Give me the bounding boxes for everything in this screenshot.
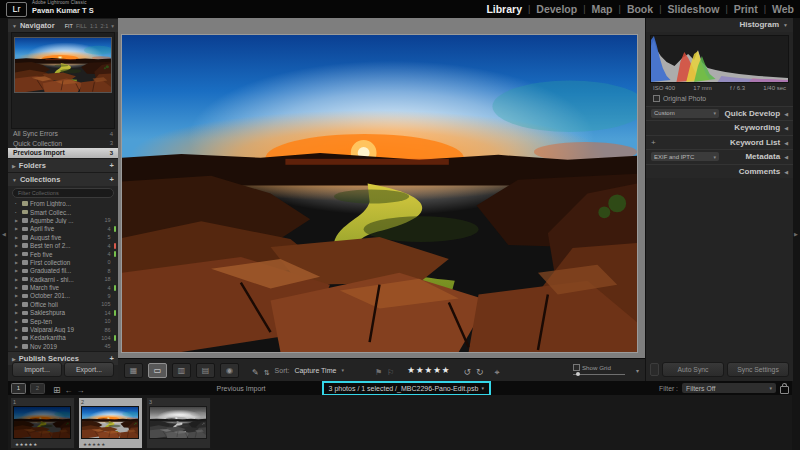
filter-collections-input[interactable]: Filter Collections [12, 188, 114, 198]
main-window-button[interactable]: 1 [11, 383, 26, 394]
metadata-header[interactable]: EXIF and IPTC Metadata [646, 149, 793, 164]
main-photo[interactable] [122, 35, 637, 352]
export-button[interactable]: Export... [64, 362, 114, 377]
collection-item[interactable]: August five5 [8, 233, 118, 241]
sort-direction-icon[interactable] [264, 361, 270, 379]
pick-flag-icon[interactable] [375, 361, 382, 379]
disclosure-icon[interactable] [15, 277, 20, 282]
filter-select[interactable]: Filters Off [682, 383, 776, 393]
module-print[interactable]: Print [734, 3, 758, 15]
disclosure-icon[interactable] [15, 201, 20, 206]
disclosure-icon[interactable] [15, 252, 20, 257]
zoom-slider-knob[interactable] [576, 372, 581, 377]
navigate-icon[interactable] [494, 361, 499, 379]
disclosure-icon[interactable] [15, 335, 20, 340]
disclosure-icon[interactable] [15, 293, 20, 298]
compare-view-button[interactable] [172, 363, 191, 378]
zoom-1-1[interactable]: 1:1 [90, 23, 98, 29]
collection-item[interactable]: From Lightro... [8, 200, 118, 208]
disclosure-icon[interactable] [15, 344, 20, 349]
collection-item[interactable]: March five4 [8, 283, 118, 291]
toolbar-options-icon[interactable] [636, 367, 639, 374]
navigator-preview[interactable] [11, 32, 115, 129]
disclosure-icon[interactable] [15, 310, 20, 315]
collection-item[interactable]: April five4 [8, 225, 118, 233]
disclosure-icon[interactable] [15, 210, 20, 215]
collection-item[interactable]: Kadkarni - shi...18 [8, 275, 118, 283]
collection-item[interactable]: Smart Collec... [8, 208, 118, 216]
zoom-fit[interactable]: FIT [65, 23, 73, 29]
grid-view-button[interactable] [124, 363, 143, 378]
people-view-button[interactable] [220, 363, 239, 378]
rotate-left-icon[interactable] [463, 361, 471, 379]
collection-item[interactable]: Kedarkantha104 [8, 334, 118, 342]
collection-item[interactable]: Graduated fil...8 [8, 267, 118, 275]
right-panel-collapse[interactable] [792, 18, 800, 450]
filmstrip-thumbnail[interactable]: 2★★★★★ [78, 397, 143, 449]
breadcrumb[interactable]: Previous Import [217, 385, 266, 392]
catalog-item[interactable]: All Sync Errors4 [8, 129, 118, 139]
filter-lock-icon[interactable] [780, 386, 789, 394]
show-grid-checkbox[interactable] [573, 364, 580, 371]
auto-sync-toggle[interactable] [650, 363, 659, 376]
filmstrip-thumbnail[interactable]: 1★★★★★ [10, 397, 75, 449]
collection-item[interactable]: Office holi105 [8, 300, 118, 308]
comments-header[interactable]: Comments [646, 164, 793, 179]
keywording-header[interactable]: Keywording [646, 120, 793, 135]
catalog-item[interactable]: Quick Collection3 [8, 139, 118, 149]
keyword-list-header[interactable]: + Keyword List [646, 135, 793, 150]
module-library[interactable]: Library [486, 3, 522, 15]
quick-develop-header[interactable]: Custom Quick Develop [646, 106, 793, 121]
disclosure-icon[interactable] [15, 260, 20, 265]
auto-sync-button[interactable]: Auto Sync [662, 362, 724, 377]
collection-item[interactable]: October 201...9 [8, 292, 118, 300]
sort-value[interactable]: Capture Time [294, 367, 336, 374]
histogram-graph[interactable] [650, 35, 789, 83]
loupe-view-button[interactable] [148, 363, 167, 378]
disclosure-icon[interactable] [15, 268, 20, 273]
add-folder-icon[interactable] [110, 161, 114, 170]
disclosure-icon[interactable] [15, 235, 20, 240]
module-map[interactable]: Map [592, 3, 613, 15]
zoom-slider[interactable] [573, 372, 625, 377]
module-web[interactable]: Web [772, 3, 794, 15]
zoom-2-1[interactable]: 2:1 [101, 23, 109, 29]
second-window-button[interactable]: 2 [30, 383, 45, 394]
zoom-fill[interactable]: FILL [76, 23, 87, 29]
collection-item[interactable]: Sakleshpura14 [8, 309, 118, 317]
metadata-preset-select[interactable]: EXIF and IPTC [651, 152, 719, 161]
collection-item[interactable]: Best ten of 2...4 [8, 241, 118, 249]
navigator-header[interactable]: Navigator FIT FILL 1:1 2:1 [8, 18, 118, 32]
disclosure-icon[interactable] [15, 243, 20, 248]
module-develop[interactable]: Develop [536, 3, 577, 15]
collection-item[interactable]: Nov 201945 [8, 342, 118, 350]
collection-item[interactable]: Sep-ten10 [8, 317, 118, 325]
rotate-right-icon[interactable] [476, 361, 484, 379]
disclosure-icon[interactable] [15, 302, 20, 307]
collection-item[interactable]: Valparai Aug 1986 [8, 325, 118, 333]
folders-header[interactable]: Folders [8, 158, 118, 172]
collection-item[interactable]: Agumbe July ...19 [8, 216, 118, 224]
collections-header[interactable]: Collections [8, 172, 118, 186]
disclosure-icon[interactable] [15, 327, 20, 332]
reject-flag-icon[interactable] [387, 361, 394, 379]
survey-view-button[interactable] [196, 363, 215, 378]
add-collection-icon[interactable] [110, 175, 114, 184]
import-button[interactable]: Import... [12, 362, 62, 377]
painter-tool-icon[interactable] [252, 361, 259, 379]
add-keyword-icon[interactable]: + [651, 138, 656, 147]
disclosure-icon[interactable] [15, 218, 20, 223]
collection-item[interactable]: First collection0 [8, 258, 118, 266]
disclosure-icon[interactable] [15, 285, 20, 290]
disclosure-icon[interactable] [15, 319, 20, 324]
sync-settings-button[interactable]: Sync Settings [727, 362, 789, 377]
selection-info-box[interactable]: 3 photos / 1 selected /_MBC2296-Pano-Edi… [322, 381, 491, 396]
histogram-header[interactable]: Histogram [646, 18, 793, 32]
star-rating[interactable]: ★★★★★ [407, 365, 450, 375]
saved-preset-select[interactable]: Custom [651, 109, 719, 118]
zoom-dropdown-icon[interactable] [111, 23, 114, 29]
module-slideshow[interactable]: Slideshow [667, 3, 719, 15]
catalog-item[interactable]: Previous Import3 [8, 148, 118, 158]
filmstrip-thumbnail[interactable]: 3 [146, 397, 211, 449]
disclosure-icon[interactable] [15, 226, 20, 231]
